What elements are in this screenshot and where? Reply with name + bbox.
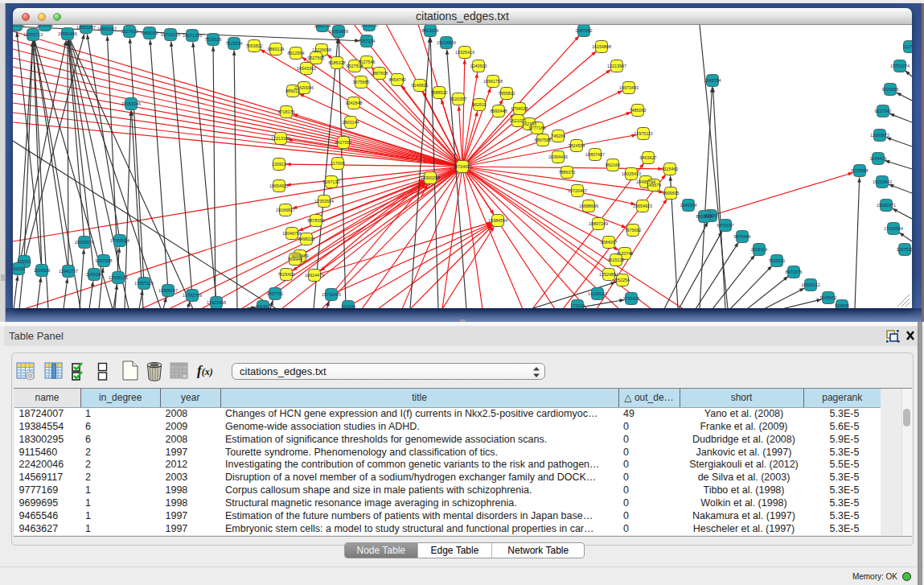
svg-text:10654925: 10654925 [269, 183, 289, 188]
svg-text:1240910: 1240910 [470, 64, 487, 68]
svg-text:12093872: 12093872 [870, 133, 889, 138]
svg-text:17016504: 17016504 [884, 226, 903, 231]
svg-text:1527602: 1527602 [121, 29, 138, 34]
svg-text:8990448: 8990448 [491, 109, 507, 113]
svg-text:10671355: 10671355 [183, 33, 202, 38]
svg-text:1615132: 1615132 [608, 257, 625, 262]
svg-text:10046756: 10046756 [282, 231, 302, 236]
svg-text:1145194: 1145194 [86, 272, 103, 277]
svg-text:746206: 746206 [551, 134, 565, 138]
svg-text:946362: 946362 [256, 304, 270, 308]
svg-text:7975692: 7975692 [625, 228, 642, 233]
svg-text:12213967: 12213967 [607, 64, 626, 68]
svg-text:19218506: 19218506 [437, 40, 456, 45]
svg-text:1921850: 1921850 [361, 25, 378, 27]
svg-text:862160: 862160 [606, 163, 620, 167]
svg-text:17957225: 17957225 [134, 281, 154, 286]
svg-text:989013: 989013 [285, 89, 300, 93]
svg-text:12942737: 12942737 [59, 269, 78, 274]
svg-text:2867608: 2867608 [372, 71, 388, 76]
svg-text:20353346: 20353346 [121, 101, 141, 106]
svg-text:8215958: 8215958 [852, 168, 869, 173]
svg-text:130913: 130913 [272, 162, 286, 167]
svg-text:12226058: 12226058 [312, 47, 331, 52]
svg-text:962615: 962615 [472, 102, 487, 107]
svg-text:6897568: 6897568 [535, 138, 552, 142]
svg-text:7357224: 7357224 [359, 39, 376, 43]
svg-text:1244419: 1244419 [870, 156, 887, 161]
svg-text:117008: 117008 [331, 161, 345, 166]
svg-text:9084067: 9084067 [601, 240, 618, 245]
svg-text:6466160: 6466160 [142, 31, 158, 35]
svg-text:10961758: 10961758 [483, 79, 503, 84]
svg-text:8878352: 8878352 [308, 218, 325, 223]
svg-text:10025433: 10025433 [622, 171, 641, 176]
svg-text:7485063: 7485063 [630, 108, 647, 113]
svg-text:8938564: 8938564 [696, 214, 713, 219]
svg-text:909948: 909948 [288, 257, 302, 262]
svg-text:15720407: 15720407 [568, 188, 587, 193]
svg-text:15716485: 15716485 [322, 292, 341, 297]
svg-text:7625402: 7625402 [278, 272, 295, 277]
svg-text:9457791: 9457791 [267, 291, 284, 296]
svg-text:7955812: 7955812 [499, 91, 515, 96]
svg-text:2935114: 2935114 [751, 247, 768, 252]
svg-text:6879197: 6879197 [717, 223, 734, 228]
svg-text:9527505: 9527505 [308, 56, 325, 60]
svg-text:1905573: 1905573 [13, 25, 25, 27]
svg-text:111753: 111753 [902, 44, 912, 49]
svg-text:15692971: 15692971 [877, 203, 896, 208]
svg-text:10688609: 10688609 [579, 204, 598, 208]
svg-text:1548784: 1548784 [704, 78, 721, 83]
svg-text:13325419: 13325419 [455, 50, 474, 55]
svg-text:8813054: 8813054 [422, 28, 439, 33]
svg-text:173342: 173342 [570, 303, 585, 308]
svg-text:10973493: 10973493 [619, 85, 639, 90]
svg-text:12353594: 12353594 [314, 199, 334, 204]
svg-text:7632621: 7632621 [769, 258, 786, 263]
svg-text:17359924: 17359924 [110, 238, 129, 243]
svg-text:14055713: 14055713 [23, 32, 43, 37]
svg-text:1733426: 1733426 [623, 296, 640, 301]
svg-text:8186328: 8186328 [329, 60, 346, 65]
svg-text:7886372: 7886372 [559, 170, 576, 175]
svg-text:8454749: 8454749 [389, 77, 406, 82]
svg-text:10914479: 10914479 [305, 273, 324, 278]
svg-text:1903382: 1903382 [37, 25, 54, 27]
svg-text:7663822: 7663822 [246, 43, 263, 48]
svg-text:1167533: 1167533 [897, 247, 912, 252]
svg-text:20691406: 20691406 [58, 31, 77, 36]
svg-text:9474444: 9474444 [734, 234, 751, 239]
svg-text:10719135: 10719135 [161, 32, 180, 37]
svg-text:1640954: 1640954 [680, 203, 697, 208]
svg-text:9397568: 9397568 [96, 258, 113, 263]
svg-text:14136141: 14136141 [588, 291, 607, 296]
svg-text:2803144: 2803144 [343, 120, 359, 125]
svg-text:16154808: 16154808 [592, 44, 611, 49]
svg-text:6794028: 6794028 [511, 106, 528, 111]
svg-text:10853267: 10853267 [97, 27, 117, 31]
svg-text:9699695: 9699695 [663, 191, 680, 196]
svg-text:9463627: 9463627 [640, 155, 657, 160]
svg-text:9329966: 9329966 [882, 87, 899, 92]
svg-text:10807487: 10807487 [585, 152, 605, 157]
svg-text:10958107: 10958107 [158, 288, 178, 293]
svg-text:9245652: 9245652 [820, 295, 837, 300]
svg-text:8267130: 8267130 [323, 179, 340, 184]
svg-text:19384554: 19384554 [488, 218, 507, 223]
svg-text:12213369: 12213369 [271, 136, 290, 141]
svg-text:18300295: 18300295 [421, 175, 440, 180]
svg-text:19166827: 19166827 [276, 208, 295, 212]
svg-text:8427552: 8427552 [335, 140, 352, 145]
svg-text:18724007: 18724007 [453, 164, 472, 169]
svg-text:20364436: 20364436 [548, 154, 568, 159]
svg-text:10654112: 10654112 [801, 282, 820, 287]
svg-text:1156829: 1156829 [34, 268, 51, 273]
svg-text:8220357: 8220357 [450, 97, 467, 101]
svg-text:15751074: 15751074 [890, 64, 910, 68]
svg-text:9242848: 9242848 [346, 101, 363, 105]
svg-text:8127546: 8127546 [359, 60, 376, 64]
svg-text:13524851: 13524851 [599, 272, 618, 277]
svg-text:12923468: 12923468 [207, 300, 226, 305]
svg-text:2718176: 2718176 [278, 109, 295, 114]
